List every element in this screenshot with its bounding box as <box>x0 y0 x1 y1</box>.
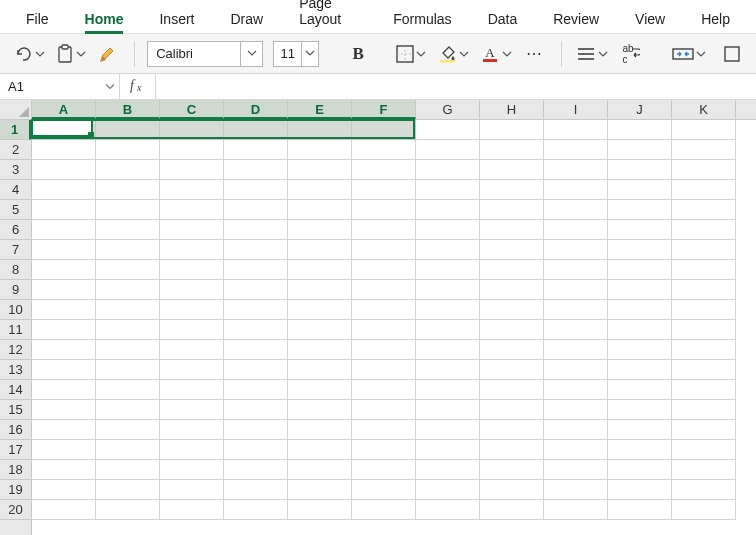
cell[interactable] <box>480 420 544 440</box>
cell[interactable] <box>96 220 160 240</box>
cell[interactable] <box>480 200 544 220</box>
cell[interactable] <box>480 460 544 480</box>
cell-grid[interactable] <box>32 120 756 535</box>
cell[interactable] <box>608 500 672 520</box>
row-header[interactable]: 9 <box>0 280 31 300</box>
cell[interactable] <box>544 480 608 500</box>
cell[interactable] <box>96 420 160 440</box>
cell[interactable] <box>416 440 480 460</box>
cell[interactable] <box>352 140 416 160</box>
cell[interactable] <box>672 440 736 460</box>
tab-data[interactable]: Data <box>470 3 536 33</box>
cell[interactable] <box>288 220 352 240</box>
column-header[interactable]: G <box>416 100 480 119</box>
cell[interactable] <box>352 200 416 220</box>
cell[interactable] <box>32 360 96 380</box>
cell[interactable] <box>416 260 480 280</box>
cell[interactable] <box>288 140 352 160</box>
cell[interactable] <box>160 460 224 480</box>
cell[interactable] <box>480 160 544 180</box>
cell[interactable] <box>672 400 736 420</box>
cell[interactable] <box>544 300 608 320</box>
row-header[interactable]: 6 <box>0 220 31 240</box>
cell[interactable] <box>32 240 96 260</box>
cell[interactable] <box>352 480 416 500</box>
cell[interactable] <box>416 460 480 480</box>
cell[interactable] <box>32 320 96 340</box>
row-header[interactable]: 5 <box>0 200 31 220</box>
cell[interactable] <box>288 340 352 360</box>
cell[interactable] <box>224 380 288 400</box>
row-header[interactable]: 19 <box>0 480 31 500</box>
formula-bar[interactable] <box>156 74 756 99</box>
row-header[interactable]: 16 <box>0 420 31 440</box>
cell[interactable] <box>480 240 544 260</box>
cell[interactable] <box>160 380 224 400</box>
column-header[interactable]: K <box>672 100 736 119</box>
tab-view[interactable]: View <box>617 3 683 33</box>
cell[interactable] <box>544 120 608 140</box>
cell[interactable] <box>544 420 608 440</box>
cell[interactable] <box>224 160 288 180</box>
cell[interactable] <box>352 340 416 360</box>
cell[interactable] <box>160 140 224 160</box>
name-box-input[interactable] <box>0 74 119 99</box>
cell[interactable] <box>608 240 672 260</box>
cell[interactable] <box>544 280 608 300</box>
cell[interactable] <box>96 120 160 140</box>
row-header[interactable]: 20 <box>0 500 31 520</box>
cell[interactable] <box>224 420 288 440</box>
cell[interactable] <box>288 280 352 300</box>
cell[interactable] <box>32 120 96 140</box>
cell[interactable] <box>96 460 160 480</box>
cell[interactable] <box>160 260 224 280</box>
cell[interactable] <box>352 280 416 300</box>
cell[interactable] <box>608 340 672 360</box>
cell[interactable] <box>288 500 352 520</box>
cell[interactable] <box>416 500 480 520</box>
cell[interactable] <box>672 300 736 320</box>
cell[interactable] <box>288 300 352 320</box>
row-header[interactable]: 1 <box>0 120 31 140</box>
column-header[interactable]: B <box>96 100 160 119</box>
cell[interactable] <box>544 360 608 380</box>
font-name-select[interactable]: Calibri <box>147 41 263 67</box>
cell[interactable] <box>672 260 736 280</box>
cell[interactable] <box>352 360 416 380</box>
cell[interactable] <box>32 160 96 180</box>
cell[interactable] <box>672 380 736 400</box>
cell[interactable] <box>96 320 160 340</box>
cell[interactable] <box>416 240 480 260</box>
cell[interactable] <box>416 180 480 200</box>
cell[interactable] <box>288 360 352 380</box>
cell[interactable] <box>480 440 544 460</box>
cell[interactable] <box>160 240 224 260</box>
font-color-button[interactable]: A <box>478 40 515 68</box>
cell[interactable] <box>224 120 288 140</box>
cell[interactable] <box>288 120 352 140</box>
cell[interactable] <box>352 220 416 240</box>
cell[interactable] <box>32 300 96 320</box>
cell[interactable] <box>160 360 224 380</box>
cell[interactable] <box>32 260 96 280</box>
cell[interactable] <box>544 220 608 240</box>
cell[interactable] <box>672 340 736 360</box>
cell[interactable] <box>672 320 736 340</box>
cell[interactable] <box>160 180 224 200</box>
row-header[interactable]: 11 <box>0 320 31 340</box>
column-header[interactable]: E <box>288 100 352 119</box>
paste-button[interactable] <box>53 40 88 68</box>
tab-home[interactable]: Home <box>67 3 142 33</box>
borders-button[interactable] <box>393 40 428 68</box>
cell[interactable] <box>96 500 160 520</box>
cell[interactable] <box>608 120 672 140</box>
cell[interactable] <box>352 440 416 460</box>
cell[interactable] <box>608 160 672 180</box>
cell[interactable] <box>288 400 352 420</box>
column-header[interactable]: I <box>544 100 608 119</box>
cell[interactable] <box>32 180 96 200</box>
column-header[interactable]: H <box>480 100 544 119</box>
formula-input[interactable] <box>156 74 756 99</box>
column-header[interactable]: D <box>224 100 288 119</box>
cell[interactable] <box>672 360 736 380</box>
